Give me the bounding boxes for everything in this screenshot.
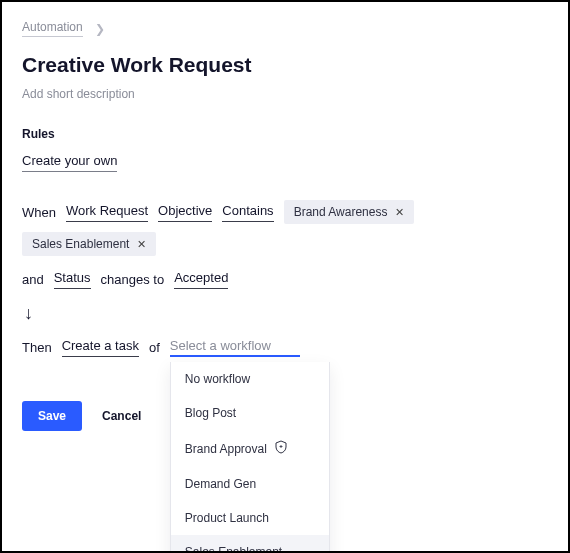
rule-template-select[interactable]: Create your own <box>22 153 117 172</box>
then-label: Then <box>22 340 52 355</box>
workflow-option[interactable]: Sales Enablement <box>171 535 329 553</box>
workflow-option[interactable]: Brand Approval <box>171 430 329 467</box>
option-label: Brand Approval <box>185 442 267 456</box>
when-row: When Work Request Objective Contains Bra… <box>22 200 548 256</box>
and-value-select[interactable]: Accepted <box>174 270 228 289</box>
of-label: of <box>149 340 160 355</box>
workflow-option[interactable]: Product Launch <box>171 501 329 535</box>
then-action-select[interactable]: Create a task <box>62 338 139 357</box>
when-value-chip[interactable]: Sales Enablement ✕ <box>22 232 156 256</box>
close-icon[interactable]: ✕ <box>137 238 146 251</box>
option-label: Product Launch <box>185 511 269 525</box>
workflow-dropdown: No workflow Blog Post Brand Approval Dem… <box>170 362 330 553</box>
rules-section-label: Rules <box>22 127 548 141</box>
workflow-option[interactable]: No workflow <box>171 362 329 396</box>
breadcrumb: Automation ❯ <box>22 20 548 37</box>
shield-icon <box>275 440 287 457</box>
changes-to-label: changes to <box>101 272 165 287</box>
option-label: No workflow <box>185 372 250 386</box>
chevron-right-icon: ❯ <box>95 22 105 36</box>
workflow-option[interactable]: Blog Post <box>171 396 329 430</box>
and-label: and <box>22 272 44 287</box>
page-subtitle[interactable]: Add short description <box>22 87 548 101</box>
option-label: Demand Gen <box>185 477 256 491</box>
when-label: When <box>22 205 56 220</box>
option-label: Blog Post <box>185 406 236 420</box>
page-title: Creative Work Request <box>22 53 548 77</box>
workflow-option[interactable]: Demand Gen <box>171 467 329 501</box>
close-icon[interactable]: ✕ <box>395 206 404 219</box>
when-object-select[interactable]: Work Request <box>66 203 148 222</box>
workflow-select[interactable]: Select a workflow <box>170 338 300 357</box>
then-row: Then Create a task of Select a workflow … <box>22 338 548 357</box>
cancel-button[interactable]: Cancel <box>102 409 141 423</box>
save-button[interactable]: Save <box>22 401 82 431</box>
when-value-chip[interactable]: Brand Awareness ✕ <box>284 200 415 224</box>
arrow-down-icon: ↓ <box>24 303 548 324</box>
chip-label: Brand Awareness <box>294 205 388 219</box>
chip-label: Sales Enablement <box>32 237 129 251</box>
option-label: Sales Enablement <box>185 545 282 553</box>
when-field-select[interactable]: Objective <box>158 203 212 222</box>
and-field-select[interactable]: Status <box>54 270 91 289</box>
and-row: and Status changes to Accepted <box>22 270 548 289</box>
breadcrumb-root[interactable]: Automation <box>22 20 83 37</box>
when-operator-select[interactable]: Contains <box>222 203 273 222</box>
